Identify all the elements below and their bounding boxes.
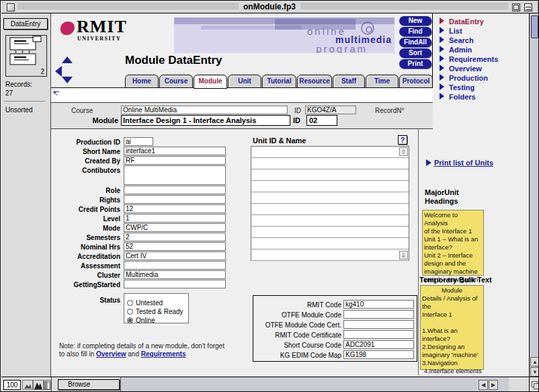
unit-list-row[interactable] <box>251 227 409 238</box>
unit-list-row[interactable] <box>251 181 409 192</box>
book-navigator[interactable]: 2 <box>5 35 47 77</box>
layout-body: RMIT UNIVERSITY online multimedia progra… <box>51 13 529 377</box>
radio-tested-ready[interactable]: Tested & Ready <box>127 305 183 313</box>
assessment-field[interactable] <box>124 261 226 270</box>
role-field[interactable] <box>124 186 226 194</box>
short-name-field[interactable]: interface1 <box>124 147 226 155</box>
nav-item-admin[interactable]: Admin <box>440 46 472 54</box>
scroll-left-icon[interactable]: ◀ <box>479 380 488 390</box>
nominal-hrs-field[interactable]: 52 <box>124 242 226 251</box>
print-button[interactable]: Print <box>399 59 431 69</box>
otfe-module-code-field[interactable] <box>343 310 414 319</box>
radio-selected-icon <box>127 317 133 323</box>
course-id-field[interactable]: KGO4Z/A <box>305 106 356 114</box>
find-button[interactable]: Find <box>399 27 431 36</box>
nav-item-dataentry[interactable]: DataEntry <box>440 17 484 26</box>
nav-item-list[interactable]: List <box>440 27 462 36</box>
course-field[interactable]: Online MultiMedia <box>121 106 288 114</box>
scrollbar-thumb[interactable] <box>531 15 538 38</box>
tab-module[interactable]: Module <box>194 75 227 89</box>
unit-list-row[interactable] <box>251 204 409 215</box>
requirements-link[interactable]: Requirements <box>141 350 186 358</box>
rmit-code-certificate-field[interactable] <box>343 330 414 339</box>
contributors-field[interactable] <box>124 165 226 185</box>
unit-list-row[interactable] <box>251 192 409 204</box>
tab-course[interactable]: Course <box>159 75 193 88</box>
collapse-box-icon[interactable] <box>524 3 532 11</box>
print-units-link[interactable]: Print list of Units <box>434 159 493 167</box>
arrow-left-icon[interactable] <box>55 66 62 77</box>
nav-item-search[interactable]: Search <box>440 36 474 45</box>
major-unit-headings-field[interactable]: Welcome to Analysis of the Interface 1 U… <box>422 210 484 276</box>
sort-button[interactable]: Sort <box>399 48 431 58</box>
semesters-field[interactable]: 2 <box>124 233 226 241</box>
radio-untested[interactable]: Untested <box>127 296 163 305</box>
title-bar[interactable]: onModule.fp3 <box>1 1 538 13</box>
rights-label: Rights <box>52 196 120 204</box>
mode-field[interactable]: CWP/C <box>124 223 226 232</box>
unit-list-row[interactable] <box>251 147 409 158</box>
level-label: Level <box>52 215 120 223</box>
scroll-up-icon[interactable]: ▲ <box>530 357 539 366</box>
list-scroll-down-icon[interactable]: ⇩ <box>399 251 408 260</box>
tab-resource[interactable]: Resource <box>297 75 332 88</box>
unit-list-row[interactable] <box>251 169 409 181</box>
note-text: and <box>126 350 141 358</box>
unit-list-row[interactable] <box>251 158 409 169</box>
unit-list-row[interactable] <box>251 249 409 261</box>
list-scroll-up-icon[interactable]: ⇧ <box>399 147 408 156</box>
credit-points-field[interactable]: 12 <box>124 204 226 213</box>
radio-online[interactable]: Online <box>127 313 155 322</box>
overview-link[interactable]: Overview <box>96 350 126 358</box>
layout-popup[interactable]: DataEntry <box>3 18 48 30</box>
level-field[interactable]: 1 <box>124 214 226 223</box>
production-id-field[interactable]: ai <box>124 137 153 146</box>
book-icon <box>6 36 46 68</box>
tab-time[interactable]: Time <box>366 75 399 88</box>
nav-item-label: DataEntry <box>449 17 484 26</box>
scroll-down-icon[interactable]: ▼ <box>530 367 539 377</box>
resize-grow-box[interactable] <box>529 377 539 392</box>
zoom-box-icon[interactable] <box>512 3 520 11</box>
vertical-scrollbar[interactable]: ▲ ▼ <box>529 13 539 377</box>
tab-staff[interactable]: Staff <box>333 75 365 88</box>
new-button[interactable]: New <box>399 16 431 26</box>
arrow-down-icon[interactable] <box>62 77 73 83</box>
record-nav-arrows[interactable] <box>55 56 75 86</box>
tab-tutorial[interactable]: Tutorial <box>262 75 296 88</box>
help-button[interactable]: ? <box>398 135 407 145</box>
horizontal-scrollbar[interactable]: ◀ ▶ <box>120 377 509 392</box>
unit-list-row[interactable] <box>251 238 409 249</box>
tab-home[interactable]: Home <box>125 75 159 88</box>
nav-item-production[interactable]: Production <box>440 74 488 83</box>
nav-item-requirements[interactable]: Requirements <box>440 55 498 64</box>
nav-item-overview[interactable]: Overview <box>440 65 482 73</box>
zoom-in-icon[interactable] <box>33 380 44 390</box>
zoom-out-icon[interactable] <box>22 380 33 390</box>
zoom-percent-box[interactable]: 100 <box>3 380 21 390</box>
module-field[interactable]: Interface Design 1 - Interface Analysis <box>121 115 290 126</box>
findall-button[interactable]: FindAll <box>399 38 431 47</box>
tab-unit[interactable]: Unit <box>228 75 261 88</box>
otfe-module-code-cert-field[interactable] <box>343 320 414 329</box>
module-id-field[interactable]: 02 <box>306 115 337 126</box>
tab-protocol[interactable]: Protocol <box>399 75 433 88</box>
gettingstarted-field[interactable] <box>124 280 226 288</box>
cluster-field[interactable]: Multimedia <box>124 270 226 279</box>
nav-item-testing[interactable]: Testing <box>440 83 474 92</box>
unit-list-row[interactable] <box>251 215 409 227</box>
mode-popup[interactable]: Browse <box>58 379 120 390</box>
role-label: Role <box>52 187 120 194</box>
kg-edim-code-map-field[interactable]: KG198 <box>343 350 414 359</box>
short-course-code-field[interactable]: ADC2091 <box>343 340 414 349</box>
created-by-field[interactable]: RF <box>124 156 226 165</box>
temporary-bulk-text-field[interactable]: ModuleDetails / Analysis of the Interfac… <box>420 285 484 370</box>
rmit-code-field[interactable]: kg410 <box>343 300 414 309</box>
rights-field[interactable] <box>124 195 226 204</box>
accreditation-field[interactable]: Cert IV <box>124 251 226 260</box>
status-area-toggle-icon[interactable] <box>44 380 51 390</box>
scroll-right-icon[interactable]: ▶ <box>489 380 498 390</box>
scroll-top-icon[interactable] <box>53 91 60 97</box>
arrow-up-icon[interactable] <box>62 56 73 63</box>
nav-item-folders[interactable]: Folders <box>440 93 476 102</box>
